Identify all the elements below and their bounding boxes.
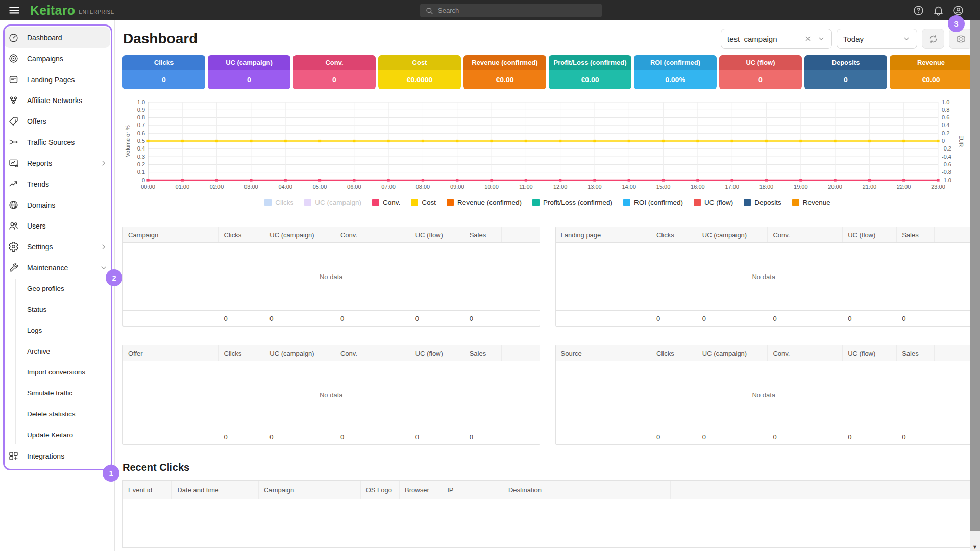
legend-item-uc-flow[interactable]: UC (flow) bbox=[694, 198, 733, 206]
sidebar-item-label: Settings bbox=[27, 243, 53, 251]
help-icon[interactable] bbox=[913, 5, 924, 16]
legend-item-deposits[interactable]: Deposits bbox=[744, 198, 781, 206]
chevron-right-icon bbox=[99, 159, 108, 168]
metric-card-profit-loss-confirmed[interactable]: Profit/Loss (confirmed)€0.00 bbox=[549, 55, 631, 89]
legend-label: Deposits bbox=[754, 198, 781, 206]
notifications-bell-icon[interactable] bbox=[933, 5, 944, 16]
sidebar-item-domains[interactable]: Domains bbox=[0, 194, 114, 215]
refresh-button[interactable] bbox=[922, 29, 944, 49]
legend-label: Profit/Loss (confirmed) bbox=[543, 198, 612, 206]
date-range-select[interactable]: Today bbox=[837, 29, 917, 49]
metric-card-roi-confirmed[interactable]: ROI (confirmed)0.00% bbox=[634, 55, 717, 89]
page-title: Dashboard bbox=[123, 31, 198, 47]
svg-text:00:00: 00:00 bbox=[141, 184, 155, 190]
hamburger-menu-button[interactable] bbox=[8, 4, 21, 17]
scrollbar-thumb[interactable] bbox=[970, 20, 980, 531]
sidebar-item-trends[interactable]: Trends bbox=[0, 173, 114, 194]
metric-card-label: Conv. bbox=[293, 55, 376, 70]
sidebar-subitem-simulate-traffic[interactable]: Simulate traffic bbox=[0, 383, 114, 404]
summary-table-source: SourceClicksUC (campaign)Conv.UC (flow)S… bbox=[555, 345, 973, 445]
svg-text:0.8: 0.8 bbox=[137, 114, 145, 120]
metric-card-label: Revenue bbox=[890, 55, 972, 70]
campaign-filter-select[interactable]: test_campaign bbox=[721, 29, 832, 49]
column-header-uc-campaign: UC (campaign) bbox=[264, 227, 335, 242]
sidebar-item-settings[interactable]: Settings bbox=[0, 236, 114, 257]
dashboard-settings-button[interactable] bbox=[949, 29, 972, 49]
svg-text:13:00: 13:00 bbox=[587, 184, 602, 190]
total-cell: 0 bbox=[335, 433, 410, 441]
column-header-conv: Conv. bbox=[335, 345, 410, 361]
sidebar-subitem-archive[interactable]: Archive bbox=[0, 341, 114, 362]
svg-text:0.1: 0.1 bbox=[137, 169, 145, 175]
column-header-uc-flow: UC (flow) bbox=[843, 345, 897, 361]
column-header-sales: Sales bbox=[897, 227, 934, 242]
sidebar-item-traffic-sources[interactable]: Traffic Sources bbox=[0, 132, 114, 153]
sidebar-item-landing-pages[interactable]: Landing Pages bbox=[0, 69, 114, 90]
search-input[interactable]: Search bbox=[420, 4, 602, 17]
legend-item-clicks[interactable]: Clicks bbox=[264, 198, 293, 206]
legend-item-revenue[interactable]: Revenue bbox=[792, 198, 830, 206]
page-scrollbar[interactable]: ▼ bbox=[970, 20, 980, 551]
sidebar-item-maintenance[interactable]: Maintenance bbox=[0, 257, 114, 278]
sidebar-subitem-delete-statistics[interactable]: Delete statistics bbox=[0, 404, 114, 424]
affiliate-networks-icon bbox=[8, 95, 19, 106]
svg-text:16:00: 16:00 bbox=[691, 184, 705, 190]
column-header-sales: Sales bbox=[464, 227, 502, 242]
sidebar-item-reports[interactable]: Reports bbox=[0, 153, 114, 173]
summary-table-header-row: OfferClicksUC (campaign)Conv.UC (flow)Sa… bbox=[123, 345, 540, 361]
metric-card-deposits[interactable]: Deposits0 bbox=[804, 55, 887, 89]
metric-card-label: Cost bbox=[378, 55, 461, 70]
sidebar-item-label: Trends bbox=[27, 180, 49, 188]
sidebar-item-integrations[interactable]: Integrations bbox=[0, 445, 114, 466]
legend-item-roi-confirmed[interactable]: ROI (confirmed) bbox=[623, 198, 683, 206]
sidebar-subitem-geo-profiles[interactable]: Geo profiles bbox=[0, 278, 114, 299]
metric-card-clicks[interactable]: Clicks0 bbox=[122, 55, 205, 89]
scrollbar-down-arrow[interactable]: ▼ bbox=[970, 544, 980, 550]
legend-item-uc-campaign[interactable]: UC (campaign) bbox=[304, 198, 361, 206]
legend-swatch bbox=[372, 199, 379, 206]
metric-card-conv[interactable]: Conv.0 bbox=[293, 55, 376, 89]
total-cell: 0 bbox=[264, 433, 335, 441]
recent-clicks-column-empty bbox=[671, 481, 972, 499]
metric-card-value: 0 bbox=[208, 70, 290, 89]
user-account-icon[interactable] bbox=[952, 5, 964, 16]
sidebar-subitem-logs[interactable]: Logs bbox=[0, 320, 114, 341]
svg-text:-0.2: -0.2 bbox=[942, 145, 951, 152]
sidebar-subitem-import-conversions[interactable]: Import conversions bbox=[0, 362, 114, 383]
brand-logo[interactable]: Keitaro ENTERPRISE bbox=[30, 3, 114, 18]
column-header-conv: Conv. bbox=[768, 345, 843, 361]
chevron-right-icon bbox=[99, 242, 108, 252]
sidebar-item-affiliate-networks[interactable]: Affiliate Networks bbox=[0, 90, 114, 111]
sidebar-item-label: Offers bbox=[27, 117, 46, 126]
metric-card-revenue[interactable]: Revenue€0.00 bbox=[890, 55, 972, 89]
total-cell: 0 bbox=[219, 315, 265, 322]
sidebar-item-offers[interactable]: Offers bbox=[0, 111, 114, 132]
metric-card-uc-campaign[interactable]: UC (campaign)0 bbox=[208, 55, 290, 89]
metric-card-revenue-confirmed[interactable]: Revenue (confirmed)€0.00 bbox=[463, 55, 546, 89]
metric-card-uc-flow[interactable]: UC (flow)0 bbox=[719, 55, 802, 89]
svg-text:10:00: 10:00 bbox=[484, 184, 499, 190]
clear-filter-icon[interactable] bbox=[804, 35, 812, 43]
legend-item-profit-loss-confirmed[interactable]: Profit/Loss (confirmed) bbox=[532, 198, 612, 206]
legend-item-cost[interactable]: Cost bbox=[411, 198, 436, 206]
sidebar-item-campaigns[interactable]: Campaigns bbox=[0, 48, 114, 69]
recent-clicks-title: Recent Clicks bbox=[122, 462, 972, 473]
svg-text:07:00: 07:00 bbox=[381, 184, 396, 190]
sidebar-subitem-update-keitaro[interactable]: Update Keitaro bbox=[0, 424, 114, 445]
legend-item-revenue-confirmed[interactable]: Revenue (confirmed) bbox=[447, 198, 522, 206]
top-bar: Keitaro ENTERPRISE Search bbox=[0, 0, 980, 20]
legend-item-conv[interactable]: Conv. bbox=[372, 198, 400, 206]
domains-icon bbox=[8, 199, 19, 210]
date-range-value: Today bbox=[843, 35, 902, 43]
metric-card-cost[interactable]: Cost€0.0000 bbox=[378, 55, 461, 89]
svg-text:0: 0 bbox=[942, 138, 945, 144]
total-cell: 0 bbox=[897, 315, 934, 322]
legend-label: UC (flow) bbox=[704, 198, 733, 206]
total-cell: 0 bbox=[651, 433, 697, 441]
svg-text:02:00: 02:00 bbox=[210, 184, 224, 190]
sidebar-subitem-status[interactable]: Status bbox=[0, 299, 114, 320]
sidebar-item-dashboard[interactable]: Dashboard bbox=[4, 27, 110, 48]
column-header-uc-campaign: UC (campaign) bbox=[697, 227, 768, 242]
metric-card-value: 0 bbox=[804, 70, 887, 89]
sidebar-item-users[interactable]: Users bbox=[0, 215, 114, 236]
